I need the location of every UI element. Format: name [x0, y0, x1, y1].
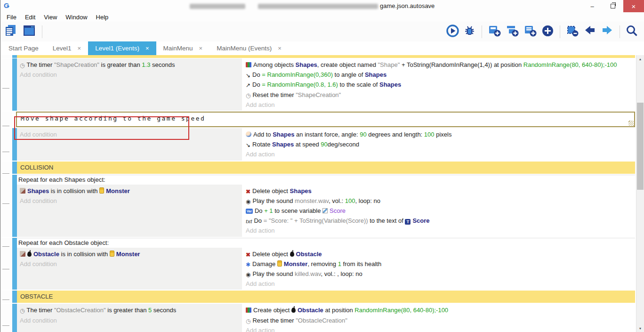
close-button[interactable]: ×	[623, 0, 644, 12]
add-action-button[interactable]: Add action	[243, 325, 635, 332]
tab-close-icon[interactable]: ×	[278, 45, 282, 52]
text-segment: Add to	[253, 131, 273, 138]
action-line[interactable]: ↘Do = RandomInRange(0,360) to angle of S…	[243, 70, 635, 80]
text-segment: Create object	[253, 307, 291, 314]
group-band[interactable]	[17, 55, 635, 58]
scroll-down-arrow-icon[interactable]: ▼	[636, 324, 644, 332]
text-segment: monster.wav	[295, 197, 329, 204]
action-line[interactable]: Among objects Shapes, create object name…	[243, 60, 635, 70]
add-event-button[interactable]	[488, 24, 501, 39]
gdevelop-window: { "window": { "title": "game.json.autosa…	[0, 0, 644, 332]
scroll-up-arrow-icon[interactable]: ▲	[636, 55, 644, 63]
menu-item-view[interactable]: View	[40, 14, 61, 21]
condition-line[interactable]: Obstacle is in collision with Monster	[17, 249, 242, 259]
tab-start-page[interactable]: Start Page	[1, 41, 46, 55]
tab-close-icon[interactable]: ×	[78, 45, 81, 52]
tab-mainmenu[interactable]: MainMenu×	[156, 41, 210, 55]
minimize-button[interactable]: –	[582, 0, 603, 12]
object-name: Monster	[284, 260, 308, 267]
event-selection-bar[interactable]	[12, 304, 17, 332]
add-condition-button[interactable]: Add condition	[17, 196, 242, 206]
text-segment: Damage	[252, 260, 277, 267]
object-name: Shapes	[27, 187, 49, 194]
undo-icon	[583, 24, 596, 39]
add-condition-button[interactable]: Add condition	[17, 130, 242, 139]
event-selection-bar[interactable]	[12, 128, 17, 161]
vertical-scrollbar[interactable]: ▲ ▼	[636, 55, 644, 332]
add-action-button[interactable]: Add action	[243, 279, 635, 289]
event-selection-bar[interactable]	[12, 238, 17, 248]
group-band-collision[interactable]: COLLISION	[17, 162, 635, 174]
action-line[interactable]: ✱Damage Monster, removing 1 from its hea…	[243, 259, 635, 269]
add-condition-button[interactable]: Add condition	[17, 316, 242, 325]
action-line[interactable]: ◉Play the sound killed.wav, vol.: , loop…	[243, 269, 635, 279]
gutter	[0, 162, 12, 174]
action-line[interactable]: Add to Shapes an instant force, angle: 9…	[243, 130, 635, 139]
tab-level1-events[interactable]: Level1 (Events)×	[88, 41, 156, 55]
redo-button[interactable]	[601, 24, 614, 39]
action-line[interactable]: ✖Delete object Obstacle	[243, 249, 635, 259]
event-selection-bar[interactable]	[12, 55, 17, 58]
add-other-button[interactable]	[541, 24, 554, 39]
open-project-button[interactable]	[4, 24, 18, 39]
add-action-button[interactable]: Add action	[243, 149, 635, 159]
condition-line[interactable]: Shapes is in collision with Monster	[17, 186, 242, 196]
text-segment: + ToString(RandomInRange(1,4)) at positi…	[400, 61, 523, 68]
text-segment: "ShapeCreation"	[54, 61, 99, 68]
text-segment: = RandomInRange(0.8, 1.6)	[262, 81, 338, 88]
action-line[interactable]: ↘Rotate Shapes at speed 90deg/second	[243, 139, 635, 149]
text-segment: is in collision with	[49, 187, 99, 194]
event-selection-bar[interactable]	[12, 162, 17, 174]
add-sub-event-button[interactable]	[506, 24, 519, 39]
add-comment-button[interactable]	[523, 24, 537, 39]
group-band-obstacle[interactable]: OBSTACLE	[17, 291, 635, 303]
tab-close-icon[interactable]: ×	[145, 45, 149, 52]
action-line[interactable]: Create object Obstacle at position Rando…	[243, 305, 635, 315]
action-line[interactable]: ◷Reset the timer "ObstacleCreation"	[243, 316, 635, 325]
action-line[interactable]: ✖Delete object Shapes	[243, 186, 635, 196]
play-button[interactable]	[446, 24, 459, 39]
event-selection-bar[interactable]	[12, 185, 17, 237]
text-segment: = "Score: " + ToString(Variable(Score))	[264, 217, 368, 224]
menu-item-window[interactable]: Window	[61, 14, 91, 21]
action-line[interactable]: ◷Reset the timer "ShapeCreation"	[243, 90, 635, 100]
event-selection-bar[interactable]	[12, 58, 17, 111]
object-name: Obstacle	[298, 307, 323, 314]
event-selection-bar[interactable]	[12, 248, 17, 290]
action-line[interactable]: VarDo + 1 to scene variable Score	[243, 206, 635, 216]
event-selection-bar[interactable]	[12, 291, 17, 303]
add-condition-button[interactable]: Add condition	[17, 259, 242, 269]
remove-event-button[interactable]	[566, 24, 579, 39]
action-line[interactable]: txtDo = "Score: " + ToString(Variable(Sc…	[243, 216, 635, 226]
add-action-button[interactable]: Add action	[243, 100, 635, 110]
undo-button[interactable]	[583, 24, 596, 39]
menu-item-edit[interactable]: Edit	[21, 14, 40, 21]
event-selection-bar[interactable]	[12, 175, 17, 185]
condition-line[interactable]: ◷The timer "ShapeCreation" is greater th…	[17, 60, 242, 70]
text-segment: = RandomInRange(0,360)	[262, 71, 333, 78]
add-action-button[interactable]: Add action	[243, 226, 635, 235]
event-row: ◷The timer "ObstacleCreation" is greater…	[0, 304, 644, 332]
condition-line[interactable]: ◷The timer "ObstacleCreation" is greater…	[17, 305, 242, 315]
text-segment: 1.3	[142, 61, 150, 68]
group-band-partial	[0, 55, 644, 58]
tab-level1[interactable]: Level1×	[46, 41, 88, 55]
repeat-for-each-label[interactable]: Repeat for each Obstacle object:	[17, 238, 635, 248]
repeat-for-each-label[interactable]: Repeat for each Shapes object:	[17, 175, 635, 185]
menu-item-help[interactable]: Help	[92, 14, 113, 21]
comment-edit-box[interactable]: Move shape according to the game speed	[16, 112, 635, 127]
tab-mainmenu-events[interactable]: MainMenu (Events)×	[209, 41, 289, 55]
action-line[interactable]: ↗Do = RandomInRange(0.8, 1.6) to the sca…	[243, 80, 635, 89]
text-segment: Do	[254, 217, 263, 224]
scrollbar-thumb[interactable]	[637, 103, 644, 190]
debug-button[interactable]	[463, 24, 476, 39]
search-button[interactable]	[626, 24, 638, 39]
project-manager-button[interactable]	[22, 24, 36, 39]
redo-icon	[601, 24, 614, 39]
restore-button[interactable]	[603, 0, 623, 12]
action-line[interactable]: ◉Play the sound monster.wav, vol.: 100, …	[243, 196, 635, 206]
resize-handle-icon[interactable]	[628, 121, 634, 126]
tab-close-icon[interactable]: ×	[199, 45, 203, 52]
add-condition-button[interactable]: Add condition	[17, 70, 242, 80]
menu-item-file[interactable]: File	[2, 14, 21, 21]
